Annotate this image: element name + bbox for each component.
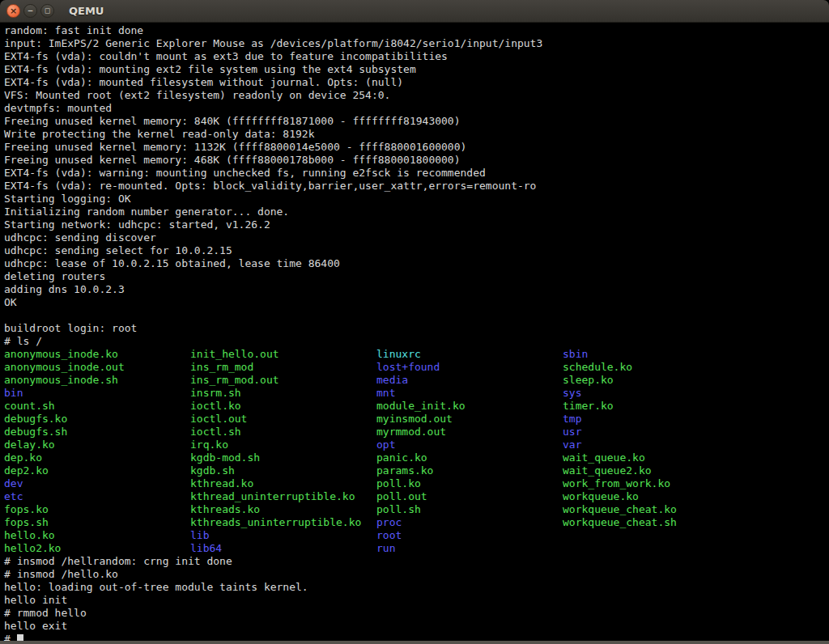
file-entry: hello.ko: [4, 529, 190, 542]
file-entry: ins_rm_mod: [190, 361, 376, 374]
file-entry: ioctl.sh: [190, 426, 376, 439]
file-entry: kthread.ko: [190, 477, 376, 490]
file-entry: anonymous_inode.out: [4, 361, 190, 374]
file-entry: media: [376, 374, 563, 387]
file-entry: dev: [4, 477, 190, 490]
file-entry: myinsmod.out: [376, 413, 563, 426]
file-entry: workqueue.ko: [563, 490, 749, 503]
ls-row: hello.kolibroot: [4, 529, 829, 542]
file-entry: kthreads_uninterruptible.ko: [190, 516, 376, 529]
file-entry: debugfs.sh: [4, 426, 190, 439]
file-entry: kthread_uninterruptible.ko: [190, 490, 376, 503]
ls-row: debugfs.koioctl.outmyinsmod.outtmp: [4, 413, 829, 426]
ls-row: count.shioctl.komodule_init.kotimer.ko: [4, 400, 829, 413]
console-line: hello: loading out-of-tree module taints…: [4, 581, 829, 594]
ls-row: bininsrm.shmntsys: [4, 387, 829, 400]
file-entry: poll.sh: [376, 503, 563, 516]
console-line: deleting routers: [4, 270, 829, 283]
file-entry: run: [376, 542, 563, 555]
close-button[interactable]: ×: [6, 4, 20, 18]
ls-row: dep.kokgdb-mod.shpanic.kowait_queue.ko: [4, 451, 829, 464]
minimize-icon: −: [28, 7, 34, 15]
ls-command-line: # ls /: [4, 335, 829, 348]
file-entry: lib: [190, 529, 376, 542]
console-line: devtmpfs: mounted: [4, 102, 829, 115]
file-entry: fops.ko: [4, 503, 190, 516]
ls-row: anonymous_inode.koinit_hello.outlinuxrcs…: [4, 348, 829, 361]
file-entry: linuxrc: [376, 348, 563, 361]
console-line: Starting network: udhcpc: started, v1.26…: [4, 218, 829, 231]
console-line: EXT4-fs (vda): warning: mounting uncheck…: [4, 167, 829, 180]
file-entry: lost+found: [376, 361, 563, 374]
console-line: EXT4-fs (vda): mounted filesystem withou…: [4, 76, 829, 89]
ls-row: fops.kokthreads.kopoll.shworkqueue_cheat…: [4, 503, 829, 516]
console-line: adding dns 10.0.2.3: [4, 283, 829, 296]
ls-row: dep2.kokgdb.shparams.kowait_queue2.ko: [4, 464, 829, 477]
console-line: buildroot login: root: [4, 322, 829, 335]
window-title: QEMU: [69, 5, 104, 17]
file-entry: lib64: [190, 542, 376, 555]
ls-row: debugfs.shioctl.shmyrmmod.outusr: [4, 426, 829, 439]
file-entry: sbin: [563, 348, 749, 361]
file-entry: workqueue_cheat.sh: [563, 516, 749, 529]
file-entry: schedule.ko: [563, 361, 749, 374]
ls-row: devkthread.kopoll.kowork_from_work.ko: [4, 477, 829, 490]
file-entry: myrmmod.out: [376, 426, 563, 439]
console-line: EXT4-fs (vda): mounting ext2 file system…: [4, 63, 829, 76]
file-entry: usr: [563, 426, 749, 439]
file-entry: dep2.ko: [4, 464, 190, 477]
titlebar[interactable]: × − ◻ QEMU: [0, 0, 829, 23]
console-line: Freeing unused kernel memory: 1132K (fff…: [4, 141, 829, 154]
file-entry: irq.ko: [190, 439, 376, 451]
ls-row: delay.koirq.kooptvar: [4, 439, 829, 451]
file-entry: wait_queue2.ko: [563, 464, 749, 477]
file-entry: anonymous_inode.sh: [4, 374, 190, 387]
file-entry: var: [563, 439, 749, 451]
ls-row: anonymous_inode.outins_rm_modlost+founds…: [4, 361, 829, 374]
file-entry: delay.ko: [4, 439, 190, 451]
file-entry: count.sh: [4, 400, 190, 413]
file-entry: hello2.ko: [4, 542, 190, 555]
maximize-button[interactable]: ◻: [40, 4, 54, 18]
file-entry: mnt: [376, 387, 563, 400]
file-entry: anonymous_inode.ko: [4, 348, 190, 361]
console-line: EXT4-fs (vda): couldn't mount as ext3 du…: [4, 50, 829, 63]
terminal-screen[interactable]: random: fast init doneinput: ImExPS/2 Ge…: [0, 23, 829, 644]
console-line: # insmod /hellrandom: crng init done: [4, 555, 829, 568]
file-entry: kthreads.ko: [190, 503, 376, 516]
console-line: # insmod /hello.ko: [4, 568, 829, 581]
file-entry: sleep.ko: [563, 374, 749, 387]
file-entry: fops.sh: [4, 516, 190, 529]
console-line: VFS: Mounted root (ext2 filesystem) read…: [4, 89, 829, 102]
console-line: OK: [4, 296, 829, 309]
file-entry: root: [376, 529, 563, 542]
window-bottom-edge: [0, 641, 829, 644]
file-entry: ioctl.out: [190, 413, 376, 426]
console-line: Initializing random number generator... …: [4, 205, 829, 218]
file-entry: work_from_work.ko: [563, 477, 749, 490]
minimize-button[interactable]: −: [23, 4, 37, 18]
console-line: hello init: [4, 594, 829, 607]
ls-row: fops.shkthreads_uninterruptible.koprocwo…: [4, 516, 829, 529]
file-entry: opt: [376, 439, 563, 451]
file-entry: tmp: [563, 413, 749, 426]
console-line: input: ImExPS/2 Generic Explorer Mouse a…: [4, 37, 829, 50]
console-line: [4, 309, 829, 322]
console-line: EXT4-fs (vda): re-mounted. Opts: block_v…: [4, 180, 829, 193]
file-entry: poll.out: [376, 490, 563, 503]
console-line: Starting logging: OK: [4, 193, 829, 205]
file-entry: bin: [4, 387, 190, 400]
file-entry: module_init.ko: [376, 400, 563, 413]
file-entry: poll.ko: [376, 477, 563, 490]
file-entry: panic.ko: [376, 451, 563, 464]
file-entry: insrm.sh: [190, 387, 376, 400]
file-entry: timer.ko: [563, 400, 749, 413]
close-icon: ×: [10, 6, 17, 15]
console-line: Freeing unused kernel memory: 468K (ffff…: [4, 154, 829, 167]
file-entry: workqueue_cheat.ko: [563, 503, 749, 516]
file-entry: proc: [376, 516, 563, 529]
console-line: udhcpc: sending select for 10.0.2.15: [4, 244, 829, 257]
file-entry: ins_rm_mod.out: [190, 374, 376, 387]
qemu-window: × − ◻ QEMU random: fast init doneinput: …: [0, 0, 829, 644]
maximize-icon: ◻: [45, 7, 50, 15]
